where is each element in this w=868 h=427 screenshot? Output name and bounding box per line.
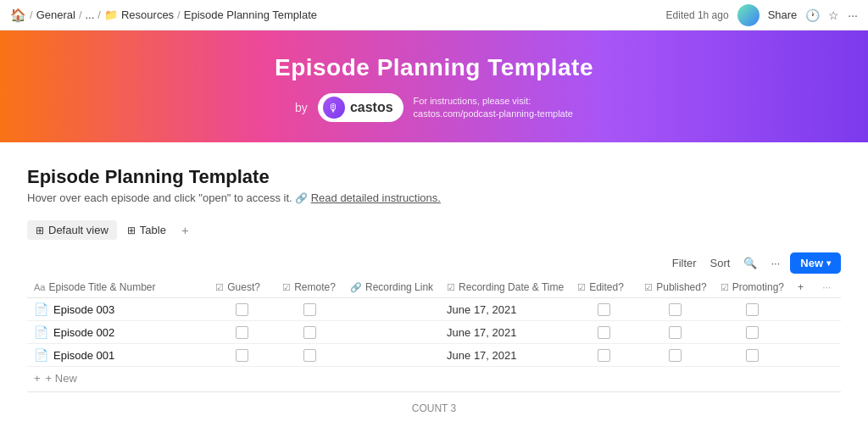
cell-edited-1[interactable] bbox=[570, 321, 637, 344]
brand-name: castos bbox=[350, 100, 393, 115]
cell-published-1[interactable] bbox=[637, 321, 713, 344]
table-row[interactable]: 📄 Episode 003 June 17, 2021 bbox=[27, 298, 841, 321]
sort-button[interactable]: Sort bbox=[707, 255, 734, 271]
home-icon[interactable]: 🏠 bbox=[10, 8, 26, 23]
published-col-label: Published? bbox=[656, 281, 706, 293]
star-icon[interactable]: ☆ bbox=[828, 8, 839, 22]
main-content: Episode Planning Template Hover over eac… bbox=[0, 142, 868, 427]
cell-remote-2[interactable] bbox=[275, 344, 343, 367]
promoting-checkbox-1[interactable] bbox=[746, 326, 759, 339]
top-nav: 🏠 / General / ... / 📁 Resources / Episod… bbox=[0, 0, 868, 30]
title-col-icon: Aa bbox=[34, 282, 45, 292]
cell-title-0[interactable]: 📄 Episode 003 bbox=[27, 298, 209, 321]
nav-right: Edited 1h ago Share 🕐 ☆ ··· bbox=[666, 4, 858, 26]
recording-date-col-icon: ☑ bbox=[447, 282, 455, 293]
folder-icon: 📁 bbox=[104, 8, 118, 21]
remote-checkbox-1[interactable] bbox=[303, 326, 316, 339]
cell-published-2[interactable] bbox=[637, 344, 713, 367]
guest-checkbox-1[interactable] bbox=[236, 326, 248, 339]
promoting-checkbox-0[interactable] bbox=[746, 303, 759, 316]
title-col-label: Episode Title & Number bbox=[48, 281, 155, 293]
cell-remote-0[interactable] bbox=[275, 298, 343, 321]
hero-title: Episode Planning Template bbox=[17, 54, 851, 81]
guest-checkbox-2[interactable] bbox=[236, 349, 248, 362]
cell-promoting-2[interactable] bbox=[714, 344, 791, 367]
edited-col-label: Edited? bbox=[589, 281, 624, 293]
edited-checkbox-0[interactable] bbox=[598, 303, 610, 316]
add-new-row[interactable]: + + New bbox=[27, 367, 841, 390]
cell-edited-0[interactable] bbox=[570, 298, 637, 321]
doc-icon-2: 📄 bbox=[34, 348, 48, 362]
cell-add-2 bbox=[791, 344, 815, 367]
hero-by-label: by bbox=[295, 101, 308, 114]
cell-guest-0[interactable] bbox=[209, 298, 275, 321]
breadcrumb-resources[interactable]: Resources bbox=[121, 8, 174, 21]
cell-title-1[interactable]: 📄 Episode 002 bbox=[27, 321, 209, 344]
edited-col-icon: ☑ bbox=[577, 282, 586, 293]
cell-published-0[interactable] bbox=[637, 298, 713, 321]
more-nav-icon[interactable]: ··· bbox=[848, 8, 858, 22]
edited-checkbox-1[interactable] bbox=[598, 326, 610, 339]
doc-icon-1: 📄 bbox=[34, 325, 48, 339]
new-button[interactable]: New ▾ bbox=[790, 252, 841, 274]
remote-col-label: Remote? bbox=[294, 281, 336, 293]
cell-date-0: June 17, 2021 bbox=[440, 298, 570, 321]
doc-icon-0: 📄 bbox=[34, 302, 48, 316]
share-button[interactable]: Share bbox=[768, 8, 798, 21]
published-col-icon: ☑ bbox=[644, 282, 653, 293]
col-header-promoting: ☑ Promoting? bbox=[714, 277, 791, 298]
cell-guest-1[interactable] bbox=[209, 321, 275, 344]
breadcrumb-ellipsis[interactable]: ... bbox=[86, 8, 95, 21]
view-tabs: ⊞ Default view ⊞ Table + bbox=[27, 219, 841, 241]
episode-title-1: Episode 002 bbox=[53, 326, 114, 339]
page-title: Episode Planning Template bbox=[27, 166, 841, 188]
col-more[interactable]: ··· bbox=[815, 277, 841, 298]
tab-default-label: Default view bbox=[48, 224, 108, 236]
episode-date-0: June 17, 2021 bbox=[447, 303, 516, 316]
edited-checkbox-2[interactable] bbox=[598, 349, 610, 362]
breadcrumb-general[interactable]: General bbox=[36, 8, 75, 21]
col-header-remote: ☑ Remote? bbox=[275, 277, 343, 298]
promoting-checkbox-2[interactable] bbox=[746, 349, 759, 362]
table-row[interactable]: 📄 Episode 001 June 17, 2021 bbox=[27, 344, 841, 367]
promoting-col-icon: ☑ bbox=[721, 282, 729, 293]
cell-promoting-1[interactable] bbox=[714, 321, 791, 344]
divider bbox=[27, 391, 841, 392]
breadcrumb-current: Episode Planning Template bbox=[184, 8, 317, 21]
cell-remote-1[interactable] bbox=[275, 321, 343, 344]
tab-table-label: Table bbox=[140, 224, 166, 236]
remote-checkbox-0[interactable] bbox=[303, 303, 316, 316]
episode-date-1: June 17, 2021 bbox=[447, 326, 516, 339]
tab-table-view[interactable]: ⊞ Table bbox=[119, 220, 175, 240]
guest-col-icon: ☑ bbox=[215, 282, 224, 293]
published-checkbox-0[interactable] bbox=[669, 303, 682, 316]
count-label: COUNT bbox=[412, 402, 448, 414]
cell-more-0 bbox=[815, 298, 841, 321]
cell-title-2[interactable]: 📄 Episode 001 bbox=[27, 344, 209, 367]
mic-icon: 🎙 bbox=[323, 97, 345, 119]
count-row: COUNT 3 bbox=[27, 394, 841, 418]
cell-guest-2[interactable] bbox=[209, 344, 275, 367]
link-icon: 🔗 bbox=[295, 192, 310, 204]
col-add-button[interactable]: + bbox=[791, 277, 815, 298]
breadcrumb: 🏠 / General / ... / 📁 Resources / Episod… bbox=[10, 8, 317, 23]
tab-default-view[interactable]: ⊞ Default view bbox=[27, 220, 117, 240]
table-row[interactable]: 📄 Episode 002 June 17, 2021 bbox=[27, 321, 841, 344]
cell-edited-2[interactable] bbox=[570, 344, 637, 367]
col-header-title: Aa Episode Title & Number bbox=[27, 277, 209, 298]
remote-checkbox-2[interactable] bbox=[303, 349, 316, 362]
instructions-link[interactable]: Read detailed instructions. bbox=[311, 191, 441, 204]
more-toolbar-button[interactable]: ··· bbox=[767, 255, 783, 271]
add-view-button[interactable]: + bbox=[176, 219, 194, 241]
search-button[interactable]: 🔍 bbox=[740, 255, 760, 271]
cell-promoting-0[interactable] bbox=[714, 298, 791, 321]
filter-button[interactable]: Filter bbox=[669, 255, 700, 271]
published-checkbox-1[interactable] bbox=[669, 326, 682, 339]
cell-recording-link-0 bbox=[343, 298, 440, 321]
published-checkbox-2[interactable] bbox=[669, 349, 682, 362]
avatar bbox=[737, 4, 760, 26]
guest-checkbox-0[interactable] bbox=[236, 303, 248, 316]
castos-badge[interactable]: 🎙 castos bbox=[318, 93, 403, 122]
cell-add-1 bbox=[791, 321, 815, 344]
history-icon[interactable]: 🕐 bbox=[805, 8, 820, 22]
